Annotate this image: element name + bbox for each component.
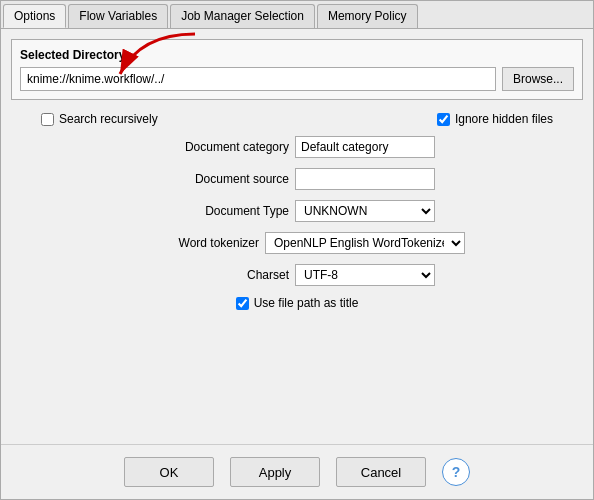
charset-label: Charset: [159, 268, 289, 282]
search-recursively-checkbox[interactable]: [41, 113, 54, 126]
help-button[interactable]: ?: [442, 458, 470, 486]
browse-button[interactable]: Browse...: [502, 67, 574, 91]
tab-bar: Options Flow Variables Job Manager Selec…: [1, 1, 593, 29]
cancel-button[interactable]: Cancel: [336, 457, 426, 487]
charset-row: Charset UTF-8 ISO-8859-1 US-ASCII: [21, 264, 573, 286]
document-type-select[interactable]: UNKNOWN ARTICLE BOOK: [295, 200, 435, 222]
word-tokenizer-label: Word tokenizer: [129, 236, 259, 250]
ignore-hidden-item[interactable]: Ignore hidden files: [437, 112, 553, 126]
tab-flow-variables[interactable]: Flow Variables: [68, 4, 168, 28]
word-tokenizer-row: Word tokenizer OpenNLP English WordToken…: [21, 232, 573, 254]
main-content: Selected Directory: Browse...: [1, 29, 593, 444]
directory-input[interactable]: [20, 67, 496, 91]
button-bar: OK Apply Cancel ?: [1, 444, 593, 499]
document-type-row: Document Type UNKNOWN ARTICLE BOOK: [21, 200, 573, 222]
options-area: Search recursively Ignore hidden files D…: [11, 112, 583, 434]
use-file-path-checkbox[interactable]: [236, 297, 249, 310]
checkbox-row: Search recursively Ignore hidden files: [21, 112, 573, 126]
main-window: Options Flow Variables Job Manager Selec…: [0, 0, 594, 500]
document-source-label: Document source: [159, 172, 289, 186]
document-source-input[interactable]: [295, 168, 435, 190]
word-tokenizer-select[interactable]: OpenNLP English WordTokenizer OpenNLP Ge…: [265, 232, 465, 254]
tab-memory-policy[interactable]: Memory Policy: [317, 4, 418, 28]
directory-group: Selected Directory: Browse...: [11, 39, 583, 100]
directory-row: Browse...: [20, 67, 574, 91]
ok-button[interactable]: OK: [124, 457, 214, 487]
ignore-hidden-checkbox[interactable]: [437, 113, 450, 126]
use-file-path-label: Use file path as title: [254, 296, 359, 310]
tab-options[interactable]: Options: [3, 4, 66, 28]
document-category-input[interactable]: [295, 136, 435, 158]
ignore-hidden-label: Ignore hidden files: [455, 112, 553, 126]
apply-button[interactable]: Apply: [230, 457, 320, 487]
use-file-path-item[interactable]: Use file path as title: [236, 296, 359, 310]
document-category-label: Document category: [159, 140, 289, 154]
search-recursively-label: Search recursively: [59, 112, 158, 126]
charset-select[interactable]: UTF-8 ISO-8859-1 US-ASCII: [295, 264, 435, 286]
search-recursively-item[interactable]: Search recursively: [41, 112, 158, 126]
document-category-row: Document category: [21, 136, 573, 158]
document-type-label: Document Type: [159, 204, 289, 218]
document-source-row: Document source: [21, 168, 573, 190]
use-file-path-row: Use file path as title: [21, 296, 573, 310]
tab-job-manager[interactable]: Job Manager Selection: [170, 4, 315, 28]
directory-label: Selected Directory:: [20, 48, 574, 62]
